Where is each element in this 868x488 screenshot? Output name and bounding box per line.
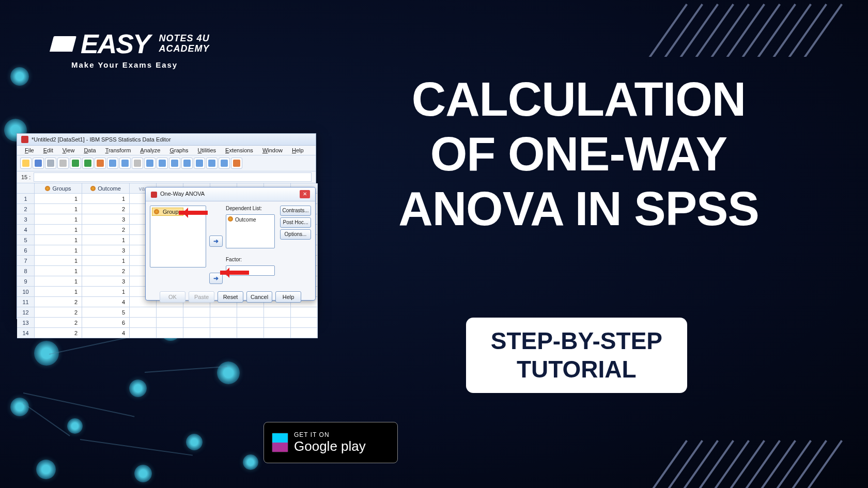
empty-cell[interactable] — [264, 318, 291, 328]
cell-outcome[interactable]: 2 — [82, 225, 130, 235]
split-icon[interactable] — [169, 158, 180, 169]
menu-graphs[interactable]: Graphs — [165, 146, 193, 155]
row-header[interactable]: 3 — [17, 214, 35, 225]
variables-icon[interactable] — [119, 158, 131, 169]
redo-icon[interactable] — [82, 158, 94, 169]
goto-icon[interactable] — [107, 158, 118, 169]
cell-groups[interactable]: 2 — [35, 307, 82, 318]
empty-cell[interactable] — [237, 307, 264, 318]
cell-groups[interactable]: 1 — [35, 276, 82, 287]
cell-groups[interactable]: 1 — [35, 287, 82, 297]
empty-cell[interactable] — [264, 328, 291, 338]
column-header-groups[interactable]: Groups — [35, 183, 82, 194]
empty-cell[interactable] — [183, 318, 210, 328]
google-play-badge[interactable]: GET IT ON Google play — [264, 422, 398, 463]
cell-groups[interactable]: 1 — [35, 256, 82, 266]
empty-cell[interactable] — [291, 318, 318, 328]
menu-extensions[interactable]: Extensions — [221, 146, 258, 155]
empty-cell[interactable] — [264, 307, 291, 318]
row-header[interactable]: 6 — [17, 245, 35, 256]
find-icon[interactable] — [132, 158, 143, 169]
empty-cell[interactable] — [130, 307, 157, 318]
row-header[interactable]: 13 — [17, 318, 35, 328]
row-header[interactable]: 7 — [17, 256, 35, 266]
empty-cell[interactable] — [130, 328, 157, 338]
cell-outcome[interactable]: 4 — [82, 328, 130, 338]
toolbar[interactable] — [17, 155, 316, 171]
row-header[interactable]: 14 — [17, 328, 35, 338]
reset-button[interactable]: Reset — [218, 291, 243, 303]
weight-icon[interactable] — [181, 158, 193, 169]
cell-groups[interactable]: 1 — [35, 194, 82, 204]
insert-var-icon[interactable] — [157, 158, 168, 169]
empty-cell[interactable] — [291, 307, 318, 318]
menu-edit[interactable]: Edit — [39, 146, 58, 155]
cell-outcome[interactable]: 1 — [82, 235, 130, 245]
post-hoc-button[interactable]: Post Hoc... — [280, 217, 311, 228]
cell-outcome[interactable]: 6 — [82, 318, 130, 328]
cell-outcome[interactable]: 1 — [82, 194, 130, 204]
window-titlebar[interactable]: *Untitled2 [DataSet1] - IBM SPSS Statist… — [17, 134, 316, 146]
dialog-titlebar[interactable]: One-Way ANOVA ✕ — [146, 187, 315, 201]
cell-value-input[interactable] — [34, 172, 312, 182]
column-header-outcome[interactable]: Outcome — [82, 183, 130, 194]
menu-utilities[interactable]: Utilities — [193, 146, 221, 155]
cell-groups[interactable]: 1 — [35, 214, 82, 225]
help-button[interactable]: Help — [275, 291, 301, 303]
cell-outcome[interactable]: 3 — [82, 214, 130, 225]
empty-cell[interactable] — [237, 318, 264, 328]
menu-file[interactable]: File — [20, 146, 39, 155]
empty-cell[interactable] — [157, 328, 183, 338]
row-header[interactable]: 1 — [17, 194, 35, 204]
empty-cell[interactable] — [157, 307, 183, 318]
dependent-list[interactable]: Outcome — [226, 214, 275, 248]
insert-case-icon[interactable] — [144, 158, 156, 169]
empty-cell[interactable] — [183, 307, 210, 318]
cell-outcome[interactable]: 3 — [82, 245, 130, 256]
cell-outcome[interactable]: 2 — [82, 266, 130, 276]
empty-cell[interactable] — [291, 328, 318, 338]
corner-cell[interactable] — [17, 183, 35, 194]
row-header[interactable]: 8 — [17, 266, 35, 276]
cell-groups[interactable]: 2 — [35, 318, 82, 328]
menu-view[interactable]: View — [58, 146, 80, 155]
cell-outcome[interactable]: 5 — [82, 307, 130, 318]
row-header[interactable]: 9 — [17, 276, 35, 287]
cell-outcome[interactable]: 2 — [82, 204, 130, 214]
empty-cell[interactable] — [210, 318, 237, 328]
undo-icon[interactable] — [70, 158, 81, 169]
chart-icon[interactable] — [95, 158, 106, 169]
use-sets-icon[interactable] — [219, 158, 230, 169]
row-header[interactable]: 2 — [17, 204, 35, 214]
menu-data[interactable]: Data — [79, 146, 100, 155]
open-icon[interactable] — [20, 158, 32, 169]
contrasts-button[interactable]: Contrasts... — [280, 206, 311, 216]
row-header[interactable]: 10 — [17, 287, 35, 297]
cell-groups[interactable]: 2 — [35, 328, 82, 338]
cell-outcome[interactable]: 3 — [82, 276, 130, 287]
cell-outcome[interactable]: 1 — [82, 256, 130, 266]
cell-groups[interactable]: 1 — [35, 225, 82, 235]
cell-groups[interactable]: 2 — [35, 297, 82, 307]
spellcheck-icon[interactable] — [231, 158, 242, 169]
row-header[interactable]: 11 — [17, 297, 35, 307]
save-icon[interactable] — [33, 158, 44, 169]
empty-cell[interactable] — [130, 318, 157, 328]
cell-groups[interactable]: 1 — [35, 235, 82, 245]
one-way-anova-dialog[interactable]: One-Way ANOVA ✕ Groups ➜ ➜ Dependent Lis… — [145, 187, 316, 301]
preview-icon[interactable] — [57, 158, 69, 169]
menu-help[interactable]: Help — [287, 146, 308, 155]
menu-transform[interactable]: Transform — [101, 146, 136, 155]
print-icon[interactable] — [45, 158, 56, 169]
value-labels-icon[interactable] — [206, 158, 218, 169]
cancel-button[interactable]: Cancel — [246, 291, 272, 303]
cell-groups[interactable]: 1 — [35, 204, 82, 214]
row-header[interactable]: 12 — [17, 307, 35, 318]
empty-cell[interactable] — [237, 328, 264, 338]
row-header[interactable]: 5 — [17, 235, 35, 245]
cell-groups[interactable]: 1 — [35, 245, 82, 256]
menubar[interactable]: FileEditViewDataTransformAnalyzeGraphsUt… — [17, 146, 316, 155]
select-icon[interactable] — [194, 158, 205, 169]
close-icon[interactable]: ✕ — [300, 190, 310, 198]
cell-outcome[interactable]: 4 — [82, 297, 130, 307]
